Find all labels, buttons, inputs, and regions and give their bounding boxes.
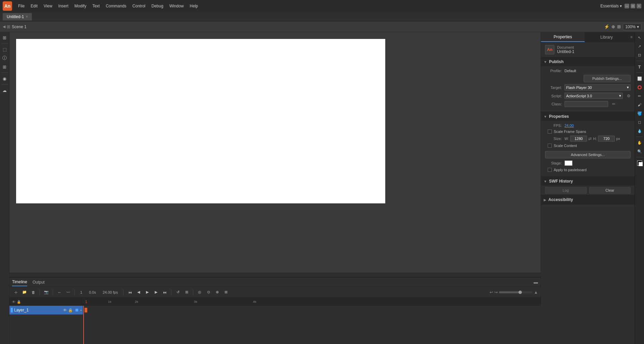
onion-skin-button[interactable]: ◎ [196, 289, 203, 296]
panel-menu-icon[interactable]: ≡ [629, 32, 635, 42]
timeline-collapse-button[interactable]: ▲ [534, 290, 538, 295]
essentials-button[interactable]: Essentials ▾ [600, 4, 622, 8]
layer-lock-icon[interactable]: 🔒 [68, 308, 73, 312]
stage-color-picker[interactable] [564, 160, 573, 166]
rectangle-tool-icon[interactable]: ⬜ [636, 75, 644, 83]
zoom-slider[interactable] [499, 291, 533, 293]
class-input[interactable] [564, 101, 608, 107]
layer-row[interactable]: Layer_1 👁 🔒 • [9, 306, 83, 314]
apply-pasteboard-checkbox[interactable] [548, 168, 552, 172]
edit-multiple-button[interactable]: ⊕ [213, 289, 221, 296]
target-select[interactable]: Flash Player 30 ▾ [564, 84, 631, 91]
eyedropper-tool-icon[interactable]: 💧 [636, 127, 644, 135]
oval-tool-icon[interactable]: ⭕ [636, 83, 644, 91]
menu-text[interactable]: Text [90, 2, 102, 10]
motion-path-button[interactable]: 〰 [64, 289, 72, 296]
menu-commands[interactable]: Commands [103, 2, 129, 10]
transform-icon[interactable]: ⊞ [617, 24, 621, 29]
swf-section-header[interactable]: ▼ SWF History [541, 177, 635, 186]
swap-dimensions-icon[interactable]: ⇄ [588, 136, 592, 141]
free-transform-icon[interactable]: ⊡ [636, 51, 644, 59]
go-first-frame-button[interactable]: ⏮ [126, 289, 134, 296]
settings-button[interactable]: ⊞ [222, 289, 230, 296]
menu-view[interactable]: View [41, 2, 55, 10]
horizontal-scrollbar[interactable] [9, 273, 541, 277]
menu-debug[interactable]: Debug [149, 2, 166, 10]
tween-button[interactable]: ↔ [56, 289, 63, 296]
brush-tool-icon[interactable]: 🖌 [636, 101, 644, 109]
script-settings-icon[interactable]: ⚙ [627, 94, 631, 98]
tab-close-button[interactable]: × [26, 15, 28, 18]
publish-settings-button[interactable]: Publish Settings... [584, 75, 631, 82]
menu-help[interactable]: Help [187, 2, 201, 10]
stroke-color-swatch[interactable] [637, 160, 642, 166]
zoom-slider-thumb[interactable] [518, 291, 522, 294]
hand-tool-icon[interactable]: ✋ [636, 139, 644, 147]
clip-content-icon[interactable]: ⊕ [611, 24, 615, 29]
transform-panel-icon[interactable]: ⊞ [1, 63, 9, 71]
scale-content-checkbox[interactable] [548, 144, 552, 148]
advanced-settings-button[interactable]: Advanced Settings... [545, 151, 631, 158]
text-tool-icon[interactable]: T [636, 63, 644, 71]
new-layer-button[interactable]: 🞡 [12, 289, 19, 296]
selection-tool-icon[interactable]: ↖ [636, 34, 644, 42]
canvas-view-icon[interactable]: ⬚ [1, 45, 9, 53]
frames-content[interactable] [83, 306, 541, 344]
log-button[interactable]: Log [545, 187, 587, 194]
document-tab[interactable]: Untitled-1 × [3, 13, 32, 20]
stage-container[interactable] [9, 32, 541, 273]
menu-modify[interactable]: Modify [72, 2, 89, 10]
play-button[interactable]: ▶ [144, 289, 151, 296]
zoom-control[interactable]: 100% ▾ [623, 23, 641, 30]
accessibility-section-header[interactable]: ▶ Accessibility [541, 195, 635, 204]
class-edit-icon[interactable]: ✏ [612, 102, 615, 106]
delete-layer-button[interactable]: 🗑 [30, 289, 37, 296]
timeline-collapse-icon[interactable]: ▬ [534, 280, 538, 285]
redo-icon[interactable]: ↪ [494, 290, 498, 295]
tab-output[interactable]: Output [33, 279, 45, 286]
camera-button[interactable]: 📷 [43, 289, 50, 296]
close-button[interactable]: × [637, 4, 641, 8]
fill-color-swatch[interactable] [639, 162, 643, 166]
eraser-tool-icon[interactable]: ◻ [636, 118, 644, 126]
loop-button[interactable]: ↺ [174, 289, 182, 296]
menu-insert[interactable]: Insert [56, 2, 71, 10]
script-select[interactable]: ActionScript 3.0 ▾ [564, 93, 623, 99]
paint-bucket-icon[interactable]: 🪣 [636, 109, 644, 117]
menu-window[interactable]: Window [167, 2, 187, 10]
minimize-button[interactable]: — [625, 4, 629, 8]
go-last-frame-button[interactable]: ⏭ [161, 289, 168, 296]
maximize-button[interactable]: ⊡ [631, 4, 635, 8]
undo-icon[interactable]: ↩ [490, 290, 493, 295]
menu-file[interactable]: File [15, 2, 27, 10]
clear-button[interactable]: Clear [589, 187, 631, 194]
info-icon[interactable]: ⓘ [1, 54, 9, 62]
width-input[interactable] [570, 136, 587, 142]
stage[interactable] [16, 39, 385, 203]
menu-edit[interactable]: Edit [28, 2, 40, 10]
library-tab[interactable]: Library [585, 32, 628, 42]
pencil-tool-icon[interactable]: ✏ [636, 92, 644, 100]
tools-panel-icon[interactable]: ⊞ [1, 34, 9, 42]
properties-section-header[interactable]: ▼ Properties [541, 112, 635, 121]
scale-frame-spans-checkbox[interactable] [548, 130, 552, 134]
folder-button[interactable]: 📁 [21, 289, 28, 296]
menu-control[interactable]: Control [130, 2, 148, 10]
publish-section-header[interactable]: ▼ Publish [541, 57, 635, 66]
snap-objects-icon[interactable]: ⚡ [604, 24, 609, 29]
back-icon[interactable]: ◀ [3, 24, 5, 29]
cloud-icon[interactable]: ☁ [1, 86, 9, 94]
color-icon[interactable]: ◉ [1, 75, 9, 83]
height-input[interactable] [598, 136, 615, 142]
onion-outlines-button[interactable]: ⊙ [205, 289, 212, 296]
next-frame-button[interactable]: ▶ [152, 289, 160, 296]
properties-tab[interactable]: Properties [541, 32, 585, 42]
zoom-tool-icon[interactable]: 🔍 [636, 147, 644, 155]
tl-separator-5 [171, 289, 171, 295]
fps-value[interactable]: 24.00 [564, 124, 574, 128]
frame-mode-button[interactable]: ⊞ [183, 289, 190, 296]
layer-eye-icon[interactable]: 👁 [63, 308, 67, 312]
tab-timeline[interactable]: Timeline [12, 278, 27, 286]
prev-frame-button[interactable]: ◀ [135, 289, 142, 296]
subselect-tool-icon[interactable]: ↗ [636, 42, 644, 50]
